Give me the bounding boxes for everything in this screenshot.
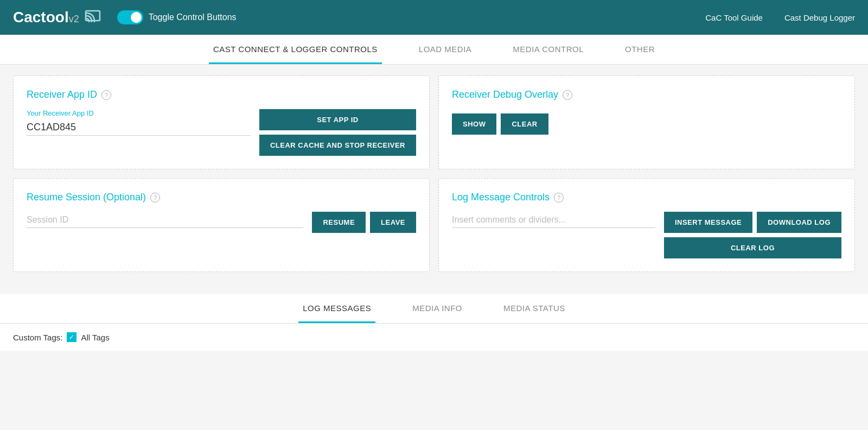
custom-tags-row: Custom Tags: All Tags	[13, 332, 855, 342]
main-content: Receiver App ID ? Your Receiver App ID S…	[0, 65, 868, 292]
receiver-app-id-buttons: SET APP ID CLEAR CACHE AND STOP RECEIVER	[259, 109, 416, 156]
receiver-app-id-card: Receiver App ID ? Your Receiver App ID S…	[13, 75, 430, 169]
logo-text: Cactoolv2	[13, 9, 79, 26]
log-message-input[interactable]	[452, 212, 655, 228]
resume-session-body: RESUME LEAVE	[27, 212, 416, 233]
log-message-controls-help-icon[interactable]: ?	[554, 193, 564, 203]
toggle-switch[interactable]	[117, 10, 143, 24]
cast-icon	[85, 7, 104, 28]
toggle-section: Toggle Control Buttons	[117, 10, 237, 24]
show-debug-button[interactable]: SHOW	[452, 113, 496, 135]
insert-message-button[interactable]: INSERT MESSAGE	[664, 212, 752, 233]
session-id-input[interactable]	[27, 212, 303, 228]
receiver-app-id-input-label: Your Receiver App ID	[27, 109, 251, 117]
resume-session-title: Resume Session (Optional) ?	[27, 192, 416, 203]
receiver-app-id-help-icon[interactable]: ?	[101, 90, 111, 100]
clear-log-button[interactable]: CLEAR LOG	[664, 237, 841, 258]
header-nav: CaC Tool Guide Cast Debug Logger	[705, 13, 855, 22]
log-buttons-row1: INSERT MESSAGE DOWNLOAD LOG	[664, 212, 841, 233]
receiver-app-id-body: Your Receiver App ID SET APP ID CLEAR CA…	[27, 109, 416, 156]
top-tab-bar: CAST CONNECT & LOGGER CONTROLS LOAD MEDI…	[0, 35, 868, 65]
cards-grid: Receiver App ID ? Your Receiver App ID S…	[13, 75, 855, 272]
receiver-app-id-input-group: Your Receiver App ID	[27, 109, 251, 136]
clear-debug-button[interactable]: CLEAR	[501, 113, 548, 135]
bottom-section: LOG MESSAGES MEDIA INFO MEDIA STATUS Cus…	[0, 294, 868, 351]
toggle-label: Toggle Control Buttons	[149, 12, 237, 22]
tab-load-media[interactable]: LOAD MEDIA	[414, 35, 476, 64]
all-tags-checkbox[interactable]	[67, 332, 76, 342]
header: Cactoolv2 Toggle Control Buttons CaC Too…	[0, 0, 868, 35]
bottom-tab-media-status[interactable]: MEDIA STATUS	[499, 294, 570, 323]
log-message-body: INSERT MESSAGE DOWNLOAD LOG CLEAR LOG	[452, 212, 841, 258]
resume-session-help-icon[interactable]: ?	[150, 193, 160, 203]
tab-other[interactable]: OTHER	[621, 35, 659, 64]
nav-guide[interactable]: CaC Tool Guide	[705, 13, 763, 22]
receiver-app-id-title: Receiver App ID ?	[27, 89, 416, 100]
log-buttons: INSERT MESSAGE DOWNLOAD LOG CLEAR LOG	[664, 212, 841, 258]
nav-logger[interactable]: Cast Debug Logger	[784, 13, 855, 22]
bottom-tab-media-info[interactable]: MEDIA INFO	[408, 294, 467, 323]
tab-cast-connect[interactable]: CAST CONNECT & LOGGER CONTROLS	[209, 35, 382, 64]
bottom-tab-bar: LOG MESSAGES MEDIA INFO MEDIA STATUS	[0, 294, 868, 324]
receiver-debug-help-icon[interactable]: ?	[563, 90, 572, 100]
log-message-controls-title: Log Message Controls ?	[452, 192, 841, 203]
receiver-debug-title: Receiver Debug Overlay ?	[452, 89, 841, 100]
log-message-controls-card: Log Message Controls ? INSERT MESSAGE DO…	[438, 178, 855, 272]
all-tags-label: All Tags	[81, 333, 109, 342]
bottom-tab-log-messages[interactable]: LOG MESSAGES	[298, 294, 375, 323]
resume-button[interactable]: RESUME	[312, 212, 366, 233]
receiver-debug-body: SHOW CLEAR	[452, 109, 841, 135]
set-app-id-button[interactable]: SET APP ID	[259, 109, 416, 130]
tab-media-control[interactable]: MEDIA CONTROL	[508, 35, 588, 64]
resume-session-buttons: RESUME LEAVE	[312, 212, 416, 233]
leave-button[interactable]: LEAVE	[370, 212, 416, 233]
resume-session-card: Resume Session (Optional) ? RESUME LEAVE	[13, 178, 430, 272]
log-input-group	[452, 212, 655, 228]
clear-cache-button[interactable]: CLEAR CACHE AND STOP RECEIVER	[259, 135, 416, 156]
custom-tags-label: Custom Tags:	[13, 333, 62, 342]
receiver-debug-card: Receiver Debug Overlay ? SHOW CLEAR	[438, 75, 855, 169]
receiver-app-id-input[interactable]	[27, 119, 251, 136]
download-log-button[interactable]: DOWNLOAD LOG	[757, 212, 841, 233]
bottom-content: Custom Tags: All Tags	[0, 324, 868, 351]
session-id-input-group	[27, 212, 303, 228]
logo-area: Cactoolv2	[13, 7, 104, 28]
